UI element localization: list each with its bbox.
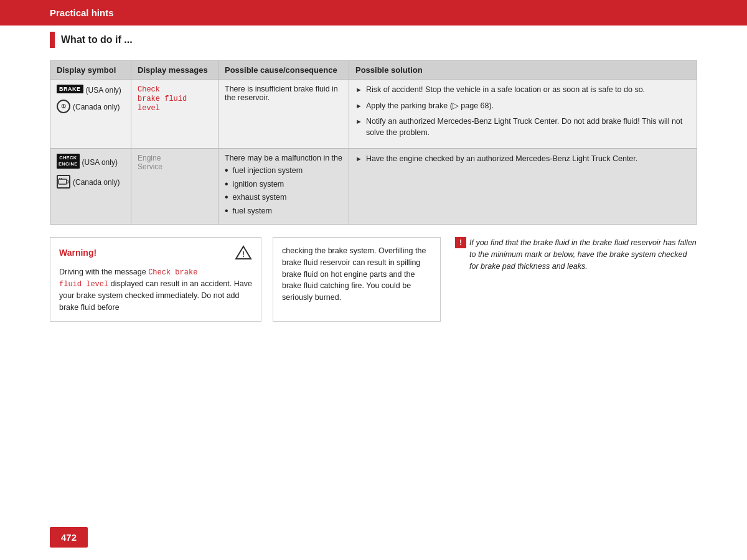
check-engine-badge: CHECKENGINE [57, 154, 80, 169]
cause-bullet-1: fuel injection system [233, 166, 303, 177]
messages-cell-engine: EngineService [131, 149, 218, 225]
engine-canada-row: (Canada only) [57, 175, 125, 190]
brake-usa-label: (USA only) [86, 86, 121, 95]
note-box: ! If you find that the brake fluid in th… [452, 237, 697, 322]
col-header-symbol: Display symbol [50, 61, 131, 80]
brake-canada-label: (Canada only) [73, 103, 120, 111]
warning-header: Warning! ! [59, 245, 252, 260]
warning-title: Warning! [59, 248, 96, 258]
page-container: Practical hints What to do if ... Displa… [0, 0, 747, 560]
engine-usa-label: (USA only) [82, 158, 118, 167]
col-header-solution: Possible solution [349, 61, 697, 80]
header-bar: Practical hints [0, 0, 747, 26]
brake-solution-1: Risk of accident! Stop the vehicle in a … [366, 85, 645, 96]
warning-code: Check brakefluid level [59, 268, 197, 289]
symbol-cell-brake: BRAKE (USA only) ① (Canada only) [50, 80, 131, 149]
col-header-messages: Display messages [131, 61, 218, 80]
engine-canada-label: (Canada only) [73, 178, 120, 187]
arrow-icon: ► [355, 85, 362, 95]
brake-solution-2: Apply the parking brake (▷ page 68). [366, 101, 494, 112]
engine-cause-intro: There may be a malfunction in the [225, 154, 342, 162]
col-header-cause: Possible cause/consequence [218, 61, 349, 80]
page-number-box: 472 [50, 527, 88, 548]
table-row: BRAKE (USA only) ① (Canada only) Checkbr… [50, 80, 697, 149]
engine-solution-list: ► Have the engine checked by an authoriz… [355, 154, 690, 165]
canada-brake-icon: ① [57, 100, 70, 113]
arrow-icon: ► [355, 117, 362, 126]
list-item: ► Notify an authorized Mercedes-Benz Lig… [355, 116, 690, 138]
page-number: 472 [61, 532, 77, 543]
svg-rect-1 [67, 180, 68, 183]
brake-solution-3: Notify an authorized Mercedes-Benz Light… [366, 116, 690, 138]
engine-message-text: EngineService [138, 154, 162, 171]
brake-cause-text: There is insufficient brake fluid in the… [225, 85, 338, 102]
cause-bullet-3: exhaust system [233, 192, 287, 203]
checking-text: checking the brake system. Overfilling t… [282, 246, 426, 302]
engine-cause-list: • fuel injection system • ignition syste… [225, 166, 342, 217]
brake-canada-row: ① (Canada only) [57, 100, 125, 114]
messages-cell-brake: Checkbrake fluid level [131, 80, 218, 149]
arrow-icon: ► [355, 154, 362, 164]
red-bar-accent [50, 32, 55, 48]
list-item: ► Have the engine checked by an authoriz… [355, 154, 690, 165]
note-content: ! If you find that the brake fluid in th… [455, 237, 697, 272]
table-row: CHECKENGINE (USA only) (Canada [50, 149, 697, 225]
svg-text:!: ! [242, 250, 245, 259]
list-item: • fuel system [225, 206, 342, 217]
brake-badge: BRAKE [57, 85, 83, 93]
brake-message-code: Checkbrake fluid level [138, 85, 187, 113]
warning-triangle-icon: ! [235, 245, 252, 260]
warning-body: Driving with the message Check brakeflui… [59, 266, 252, 314]
main-table: Display symbol Display messages Possible… [50, 60, 697, 225]
cause-bullet-2: ignition system [233, 179, 284, 190]
cause-cell-engine: There may be a malfunction in the • fuel… [218, 149, 349, 225]
header-title: Practical hints [50, 7, 114, 18]
cause-cell-brake: There is insufficient brake fluid in the… [218, 80, 349, 149]
brake-usa-row: BRAKE (USA only) [57, 85, 125, 96]
list-item: ► Apply the parking brake (▷ page 68). [355, 101, 690, 112]
bottom-section: Warning! ! Driving with the message Chec… [50, 237, 697, 322]
section-heading: What to do if ... [50, 32, 697, 48]
symbol-cell-engine: CHECKENGINE (USA only) (Canada [50, 149, 131, 225]
cause-bullet-4: fuel system [233, 206, 272, 217]
bullet-dot: • [225, 166, 228, 175]
bullet-dot: • [225, 179, 228, 189]
section-heading-text: What to do if ... [61, 34, 133, 45]
engine-solution-1: Have the engine checked by an authorized… [366, 154, 637, 165]
list-item: ► Risk of accident! Stop the vehicle in … [355, 85, 690, 96]
note-icon: ! [455, 237, 466, 248]
svg-rect-0 [59, 179, 67, 184]
list-item: • exhaust system [225, 192, 342, 203]
bullet-dot: • [225, 206, 228, 216]
checking-text-box: checking the brake system. Overfilling t… [273, 237, 441, 322]
arrow-icon: ► [355, 101, 362, 111]
list-item: • fuel injection system [225, 166, 342, 177]
brake-solution-list: ► Risk of accident! Stop the vehicle in … [355, 85, 690, 138]
note-text: If you find that the brake fluid in the … [469, 237, 697, 272]
engine-usa-row: CHECKENGINE (USA only) [57, 154, 125, 171]
engine-canada-icon [57, 175, 70, 189]
list-item: • ignition system [225, 179, 342, 190]
bullet-dot: • [225, 192, 228, 202]
solution-cell-engine: ► Have the engine checked by an authoriz… [349, 149, 697, 225]
warning-box: Warning! ! Driving with the message Chec… [50, 237, 261, 322]
solution-cell-brake: ► Risk of accident! Stop the vehicle in … [349, 80, 697, 149]
